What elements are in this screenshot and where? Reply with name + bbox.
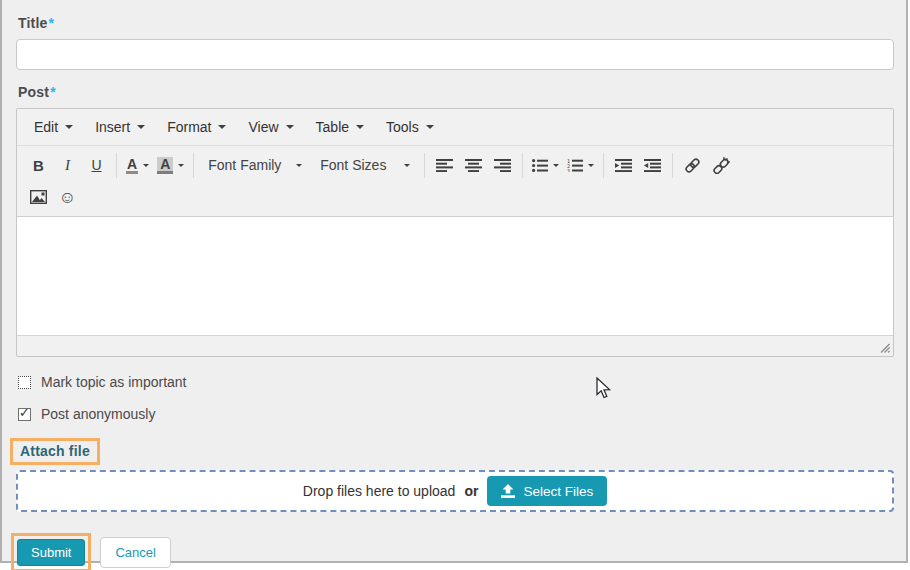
new-topic-form-panel: Title* Post* Edit Insert Format View — [0, 0, 908, 563]
dropdown-caret-icon — [588, 164, 594, 167]
dropdown-caret-icon — [65, 125, 73, 129]
italic-icon: I — [65, 157, 70, 174]
menu-edit[interactable]: Edit — [25, 113, 82, 141]
toolbar-separator — [672, 153, 673, 178]
insert-image-button[interactable] — [24, 183, 53, 211]
svg-text:3: 3 — [567, 167, 570, 172]
anonymous-checkbox-label: Post anonymously — [41, 406, 155, 422]
editor-toolbar-row1: B I U A A Font Family — [17, 146, 893, 181]
toolbar-separator — [522, 153, 523, 178]
text-style-group: B I U — [24, 151, 111, 179]
font-group: Font Family Font Sizes — [199, 151, 419, 179]
indent-group — [609, 151, 667, 179]
required-asterisk: * — [50, 84, 56, 100]
link-group — [678, 151, 736, 179]
attach-file-highlight-box: Attach file — [10, 438, 100, 465]
dropdown-caret-icon — [404, 164, 410, 167]
select-files-label: Select Files — [523, 484, 593, 499]
required-asterisk: * — [49, 15, 55, 31]
cancel-button[interactable]: Cancel — [100, 537, 170, 568]
editor-menubar: Edit Insert Format View Table Tools — [17, 109, 893, 146]
align-group — [430, 151, 517, 179]
remove-link-button[interactable] — [707, 151, 736, 179]
menu-edit-label: Edit — [34, 119, 58, 135]
align-left-button[interactable] — [430, 151, 459, 179]
dropdown-caret-icon — [286, 125, 294, 129]
editor-toolbar-row2: ☺ — [17, 181, 893, 216]
toolbar-separator — [424, 153, 425, 178]
font-family-label: Font Family — [208, 157, 281, 173]
insert-emoticon-button[interactable]: ☺ — [53, 183, 82, 211]
outdent-button[interactable] — [638, 151, 667, 179]
link-icon — [684, 157, 701, 174]
bullet-list-icon — [532, 159, 548, 172]
menu-format[interactable]: Format — [158, 113, 235, 141]
menu-view[interactable]: View — [239, 113, 302, 141]
attach-file-heading: Attach file — [20, 443, 90, 459]
upload-icon — [501, 484, 515, 498]
post-label-text: Post — [18, 84, 49, 100]
editor-statusbar — [17, 335, 893, 356]
menu-table-label: Table — [316, 119, 349, 135]
dropzone-or-text: or — [464, 483, 478, 499]
anonymous-checkbox-row[interactable]: ✓ Post anonymously — [18, 406, 894, 422]
underline-icon: U — [91, 157, 101, 173]
align-right-button[interactable] — [488, 151, 517, 179]
italic-button[interactable]: I — [53, 151, 82, 179]
outdent-icon — [644, 159, 661, 172]
menu-insert[interactable]: Insert — [86, 113, 154, 141]
menu-view-label: View — [248, 119, 278, 135]
menu-insert-label: Insert — [95, 119, 130, 135]
insert-link-button[interactable] — [678, 151, 707, 179]
anonymous-checkbox[interactable]: ✓ — [18, 408, 31, 421]
menu-table[interactable]: Table — [307, 113, 373, 141]
dropdown-caret-icon — [426, 125, 434, 129]
list-group: 123 — [528, 151, 598, 179]
media-group: ☺ — [24, 183, 82, 211]
align-center-icon — [465, 159, 482, 172]
unlink-icon — [713, 157, 731, 174]
dropdown-caret-icon — [137, 125, 145, 129]
checkmark-icon: ✓ — [19, 405, 30, 420]
background-color-button[interactable]: A — [153, 151, 188, 179]
underline-button[interactable]: U — [82, 151, 111, 179]
editor-content-area[interactable] — [17, 216, 893, 335]
dropzone-text: Drop files here to upload — [303, 483, 456, 499]
submit-button[interactable]: Submit — [17, 539, 85, 566]
form-actions: Submit Cancel — [11, 533, 894, 570]
emoticon-icon: ☺ — [59, 189, 76, 206]
dropdown-caret-icon — [218, 125, 226, 129]
numbered-list-button[interactable]: 123 — [563, 151, 598, 179]
attach-file-section: Attach file — [10, 438, 894, 465]
submit-highlight-box: Submit — [11, 533, 91, 570]
font-family-select[interactable]: Font Family — [199, 151, 311, 179]
indent-button[interactable] — [609, 151, 638, 179]
menu-tools[interactable]: Tools — [377, 113, 443, 141]
menu-format-label: Format — [167, 119, 211, 135]
font-sizes-select[interactable]: Font Sizes — [311, 151, 419, 179]
resize-grip-icon[interactable] — [879, 342, 890, 353]
text-color-button[interactable]: A — [122, 151, 153, 179]
select-files-button[interactable]: Select Files — [487, 476, 607, 506]
numbered-list-icon: 123 — [567, 159, 583, 172]
background-color-icon: A — [157, 157, 173, 174]
important-checkbox[interactable] — [18, 376, 31, 389]
dropdown-caret-icon — [553, 164, 559, 167]
file-dropzone[interactable]: Drop files here to upload or Select File… — [16, 470, 894, 512]
title-label-text: Title — [18, 15, 48, 31]
post-label: Post* — [18, 84, 894, 100]
title-input[interactable] — [16, 39, 894, 70]
toolbar-separator — [116, 153, 117, 178]
toolbar-separator — [603, 153, 604, 178]
bullet-list-button[interactable] — [528, 151, 563, 179]
important-checkbox-row[interactable]: Mark topic as important — [18, 374, 894, 390]
bold-icon: B — [33, 157, 44, 174]
indent-icon — [615, 159, 632, 172]
menu-tools-label: Tools — [386, 119, 419, 135]
font-sizes-label: Font Sizes — [320, 157, 386, 173]
dropdown-caret-icon — [296, 164, 302, 167]
align-center-button[interactable] — [459, 151, 488, 179]
bold-button[interactable]: B — [24, 151, 53, 179]
align-right-icon — [494, 159, 511, 172]
dropdown-caret-icon — [143, 164, 149, 167]
